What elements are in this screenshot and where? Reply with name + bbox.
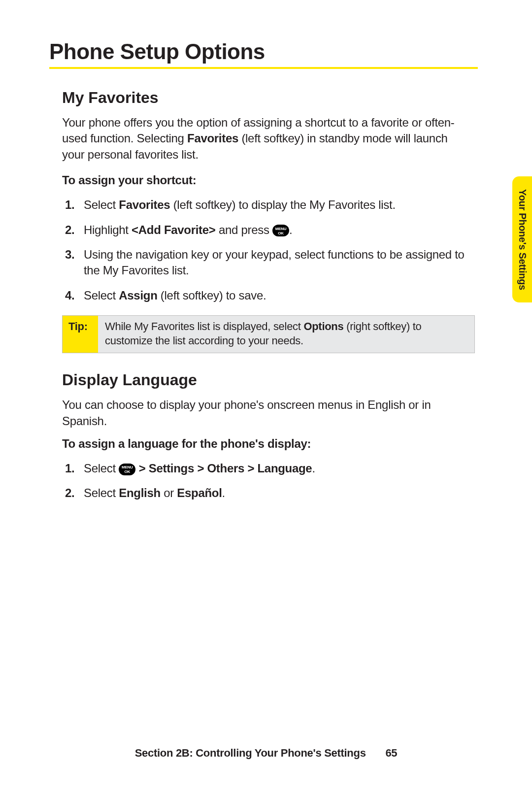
text: Select [84, 462, 119, 475]
menu-ok-icon: MENUOK [272, 225, 289, 236]
bold-text: Favorites [119, 198, 170, 211]
bold-text: Español [177, 486, 222, 499]
bold-text: > Settings > Others > Language [135, 462, 312, 475]
bold-text: English [119, 486, 161, 499]
page-title: Phone Setup Options [49, 39, 478, 64]
language-steps: 1. Select MENUOK > Settings > Others > L… [49, 461, 478, 501]
text: (left softkey) to save. [158, 289, 266, 302]
tip-label: Tip: [63, 316, 98, 353]
language-intro: You can choose to display your phone's o… [49, 397, 478, 429]
text: and press [216, 223, 272, 236]
text: Select [84, 289, 119, 302]
step-item: 4. Select Assign (left softkey) to save. [62, 288, 465, 303]
text: While My Favorites list is displayed, se… [105, 320, 303, 332]
step-number: 4. [65, 288, 74, 303]
bold-text: Favorites [187, 132, 238, 145]
step-item: 3. Using the navigation key or your keyp… [62, 247, 465, 279]
section-heading-language: Display Language [49, 371, 478, 389]
text: (left softkey) to display the My Favorit… [170, 198, 395, 211]
step-item: 2. Highlight <Add Favorite> and press ME… [62, 222, 465, 238]
title-underline [49, 67, 478, 69]
step-item: 1. Select Favorites (left softkey) to di… [62, 197, 465, 213]
page-number: 65 [385, 747, 397, 760]
text: Select [84, 198, 119, 211]
tip-text: While My Favorites list is displayed, se… [98, 316, 474, 353]
menu-ok-icon: MENUOK [119, 464, 135, 475]
step-number: 2. [65, 485, 74, 501]
step-number: 1. [65, 197, 74, 213]
tip-box: Tip: While My Favorites list is displaye… [62, 315, 475, 353]
favorites-steps: 1. Select Favorites (left softkey) to di… [49, 197, 478, 303]
section-heading-favorites: My Favorites [49, 89, 478, 107]
side-tab: Your Phone's Settings [512, 176, 532, 302]
step-number: 3. [65, 247, 74, 263]
text: or [161, 486, 177, 499]
step-number: 2. [65, 222, 74, 238]
page-footer: Section 2B: Controlling Your Phone's Set… [0, 747, 532, 760]
footer-text: Section 2B: Controlling Your Phone's Set… [135, 747, 366, 759]
bold-text: Assign [119, 289, 157, 302]
text: Using the navigation key or your keypad,… [84, 248, 465, 277]
text: Select [84, 486, 119, 499]
favorites-intro: Your phone offers you the option of assi… [49, 115, 478, 163]
step-item: 2. Select English or Español. [62, 485, 465, 501]
side-tab-label: Your Phone's Settings [517, 189, 528, 290]
step-item: 1. Select MENUOK > Settings > Others > L… [62, 461, 465, 476]
bold-text: <Add Favorite> [132, 223, 216, 236]
step-number: 1. [65, 461, 74, 476]
bold-text: Options [303, 320, 343, 332]
favorites-prompt: To assign your shortcut: [49, 173, 478, 187]
text: Highlight [84, 223, 132, 236]
language-prompt: To assign a language for the phone's dis… [49, 437, 478, 451]
document-page: Phone Setup Options My Favorites Your ph… [0, 0, 532, 798]
